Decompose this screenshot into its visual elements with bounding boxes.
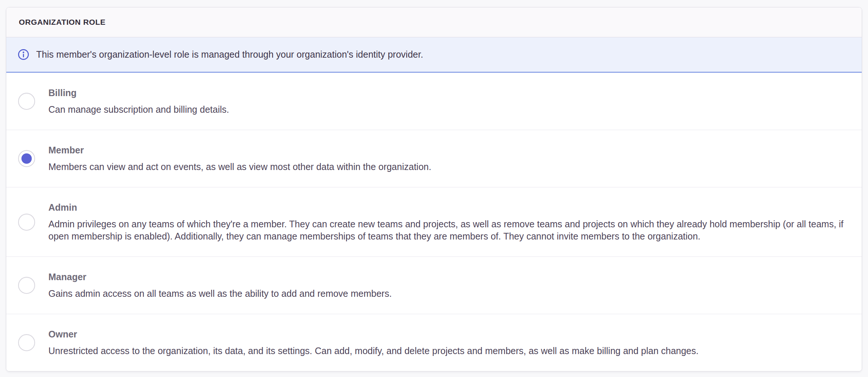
role-description: Members can view and act on events, as w… [48,161,431,173]
panel-header: ORGANIZATION ROLE [6,7,862,37]
role-description: Gains admin access on all teams as well … [48,288,392,300]
role-row-billing[interactable]: Billing Can manage subscription and bill… [6,73,862,130]
role-radio-owner[interactable] [18,334,35,351]
role-title: Admin [48,201,847,214]
role-row-admin[interactable]: Admin Admin privileges on any teams of w… [6,187,862,257]
role-radio-admin[interactable] [18,214,35,231]
role-radio-member[interactable] [18,150,35,167]
role-row-manager[interactable]: Manager Gains admin access on all teams … [6,257,862,314]
role-description: Admin privileges on any teams of which t… [48,218,847,242]
role-row-member[interactable]: Member Members can view and act on event… [6,130,862,187]
role-title: Owner [48,328,698,340]
role-title: Member [48,144,431,156]
role-radio-manager[interactable] [18,277,35,294]
role-row-owner[interactable]: Owner Unrestricted access to the organiz… [6,314,862,371]
role-description: Unrestricted access to the organization,… [48,345,698,357]
organization-role-panel: ORGANIZATION ROLE This member's organiza… [6,7,862,371]
panel-title: ORGANIZATION ROLE [19,18,106,26]
role-title: Billing [48,87,229,99]
info-icon [18,49,29,60]
role-radio-billing[interactable] [18,93,35,110]
role-title: Manager [48,271,392,283]
idp-info-banner: This member's organization-level role is… [6,37,862,73]
role-description: Can manage subscription and billing deta… [48,103,229,116]
banner-text: This member's organization-level role is… [36,48,423,61]
role-options-list: Billing Can manage subscription and bill… [6,73,862,371]
